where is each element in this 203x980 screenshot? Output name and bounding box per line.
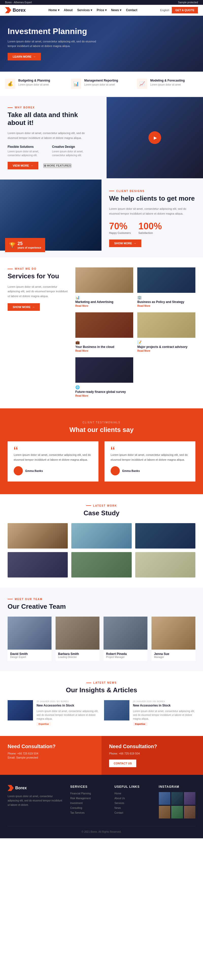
case-img-5[interactable]	[71, 552, 132, 578]
footer-link-services[interactable]: Services	[114, 802, 151, 805]
service-link-2[interactable]: Read More	[137, 304, 195, 307]
topbar-email: Sample protected	[178, 1, 198, 4]
service-img-5	[75, 357, 133, 383]
service-item-3[interactable]: 💼 Your Business in the cloud Read More	[75, 312, 133, 353]
clients-title: We help clients to get more	[109, 194, 195, 202]
case-study-grid	[8, 523, 195, 578]
stat-label-2: Satisfaction	[138, 232, 162, 234]
team-photo-3	[103, 617, 147, 650]
services-show-more[interactable]: SHOW MORE →	[8, 303, 40, 311]
instagram-grid	[159, 792, 195, 818]
management-icon: 📊	[71, 79, 81, 89]
cta-right: Need Consultation? Phone: +66 725 619 50…	[102, 736, 203, 775]
cta-email: Email: Sample protected	[8, 756, 94, 759]
footer-services-col: Services Financial Planning Risk Managem…	[70, 785, 107, 818]
footer-grid: Borex Lorem ipsum dolor sit amet, consec…	[8, 785, 195, 818]
footer-link-contact[interactable]: Contact	[114, 811, 151, 814]
article-meta-1: 20 JANVIER 2020 / BY BOREX	[36, 700, 99, 703]
insta-img-5[interactable]	[171, 806, 183, 818]
footer-link-tax[interactable]: Tax Services	[70, 811, 107, 814]
nav-services[interactable]: Services ▾	[77, 8, 92, 12]
service-link-1[interactable]: Read More	[75, 304, 133, 307]
why-image	[106, 97, 203, 178]
team-member-3[interactable]: Robert Pineda Project Manager	[103, 617, 147, 661]
footer-link-investment[interactable]: Investment	[70, 802, 107, 805]
nav-home[interactable]: Home ▾	[48, 8, 59, 12]
footer-logo-icon	[8, 785, 14, 791]
article-1[interactable]: 20 JANVIER 2020 / BY BOREX New Accessori…	[8, 700, 99, 726]
service-img-1	[75, 267, 133, 293]
insta-img-6[interactable]	[184, 806, 195, 818]
footer-link-about[interactable]: About Us	[114, 797, 151, 800]
modeling-icon: 📈	[137, 79, 147, 89]
service-link-5[interactable]: Read More	[75, 395, 133, 397]
phone-number-r: +66 725 619 504	[119, 752, 140, 755]
service-item-4[interactable]: 📝 Major projects & contract advisory Rea…	[137, 312, 195, 353]
nav-about[interactable]: About	[64, 8, 73, 12]
footer-link-news[interactable]: News	[114, 807, 151, 809]
service-desc-3: Lorem ipsum dolor sit amet	[150, 83, 185, 87]
case-study-section: Latest Work Case Study	[0, 494, 203, 588]
play-button[interactable]	[148, 131, 161, 144]
insights-grid: 20 JANVIER 2020 / BY BOREX New Accessori…	[8, 700, 195, 726]
service-icon-1: 📊	[75, 295, 133, 299]
case-img-3[interactable]	[135, 523, 195, 549]
testimonial-2: Lorem ipsum dolor sit amet, consectetur …	[105, 441, 195, 481]
insta-img-3[interactable]	[184, 792, 195, 805]
case-img-1[interactable]	[8, 523, 68, 549]
team-label: Meet Our Team	[8, 598, 195, 601]
feature-1-desc: Lorem ipsum dolor sit amet, consectetur …	[8, 150, 44, 157]
badge-label: years of experience	[17, 247, 41, 249]
service-item-1[interactable]: 📊 Marketing and Advertising Read More	[75, 267, 133, 308]
services-left: What we do Services for You Lorem ipsum …	[8, 267, 68, 398]
team-member-2[interactable]: Barbara Smith Leading Director	[56, 617, 100, 661]
more-features-button[interactable]: ⊞ MORE FEATURES	[43, 164, 71, 168]
team-info-1: David Smith Design Expert	[8, 650, 52, 661]
team-name-4: Jenna Sue	[154, 652, 193, 656]
service-item-5[interactable]: 🌐 Future-ready finance global survey Rea…	[75, 357, 133, 398]
footer-links-heading: Useful Links	[114, 785, 151, 789]
footer-links-col: Useful Links Home About Us Services News…	[114, 785, 151, 818]
testimonials-header: Client Testimonials What our clients say	[8, 421, 195, 434]
grid-icon: ⊞	[44, 164, 46, 167]
article-title-1: New Accessories in Stock	[36, 704, 99, 708]
insta-img-4[interactable]	[159, 806, 170, 818]
hero-content: Investment Planning Lorem ipsum dolor si…	[8, 27, 97, 60]
service-link-3[interactable]: Read More	[75, 350, 133, 352]
nav-logo[interactable]: Borex	[5, 7, 25, 13]
insta-img-2[interactable]	[171, 792, 183, 805]
show-more-button[interactable]: SHOW MORE →	[109, 239, 141, 247]
case-img-6[interactable]	[135, 552, 195, 578]
footer-link-risk[interactable]: Risk Management	[70, 797, 107, 800]
footer-link-financial[interactable]: Financial Planning	[70, 792, 107, 795]
insights-section: Latest News Our Insights & Articles 20 J…	[0, 671, 203, 736]
service-img-2	[137, 267, 195, 293]
team-member-1[interactable]: David Smith Design Expert	[8, 617, 52, 661]
nav-news[interactable]: News ▾	[111, 8, 122, 12]
nav-price[interactable]: Price ▾	[97, 8, 106, 12]
team-role-1: Design Expert	[10, 656, 49, 659]
view-more-button[interactable]: VIEW MORE →	[8, 162, 38, 169]
team-info-2: Barbara Smith Leading Director	[56, 650, 100, 661]
nav-contact[interactable]: Contact	[126, 8, 137, 12]
insta-img-1[interactable]	[159, 792, 170, 805]
contact-button[interactable]: CONTACT US	[109, 760, 136, 767]
clients-section: 🏆 25 years of experience Client Designs …	[0, 180, 203, 258]
footer-link-consulting[interactable]: Consulting	[70, 807, 107, 809]
case-img-4[interactable]	[8, 552, 68, 578]
nav-lang[interactable]: English	[160, 9, 169, 12]
service-link-4[interactable]: Read More	[137, 350, 195, 352]
team-grid: David Smith Design Expert Barbara Smith …	[8, 617, 195, 661]
case-title: Case Study	[8, 509, 195, 517]
service-name-5: Future-ready finance global survey	[75, 390, 133, 394]
footer-link-home[interactable]: Home	[114, 792, 151, 795]
article-2[interactable]: 20 JANVIER 2020 / BY BOREX New Accessori…	[104, 700, 195, 726]
service-item-2[interactable]: 🏢 Business as Policy and Strategy Read M…	[137, 267, 195, 308]
footer-description: Lorem ipsum dolor sit amet, consectetur …	[8, 794, 63, 807]
quote-button[interactable]: GET A QUOTE	[172, 7, 198, 13]
team-member-4[interactable]: Jenna Sue Manager	[151, 617, 195, 661]
feature-1: Flexible Solutions Lorem ipsum dolor sit…	[8, 145, 44, 157]
case-img-2[interactable]	[71, 523, 132, 549]
stat-satisfaction: 100% Satisfaction	[138, 221, 162, 234]
hero-button[interactable]: LEARN MORE →	[8, 53, 41, 60]
